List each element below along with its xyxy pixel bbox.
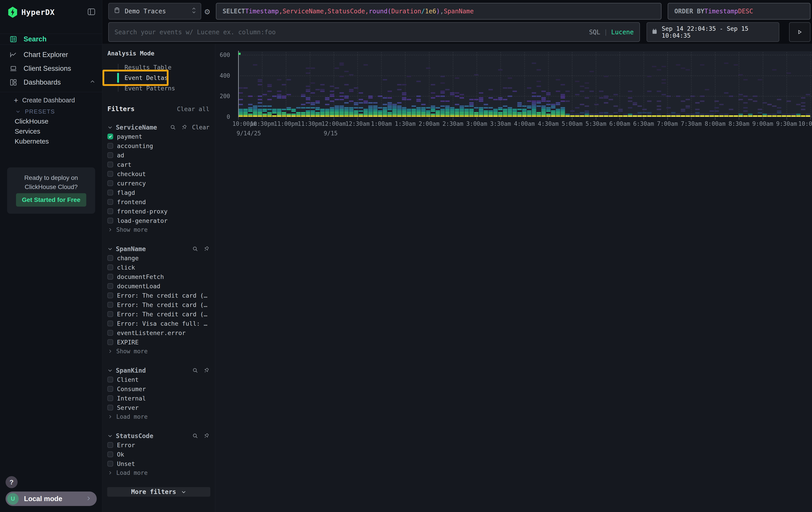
filter-option-label: documentFetch	[117, 273, 164, 280]
search-icon[interactable]	[170, 124, 176, 131]
preset-item-clickhouse[interactable]: ClickHouse	[0, 116, 102, 126]
filter-option[interactable]: currency	[102, 179, 215, 188]
preset-item-kubernetes[interactable]: Kubernetes	[0, 136, 102, 146]
filter-option[interactable]: flagd	[102, 188, 215, 197]
chevron-down-icon[interactable]	[107, 125, 113, 130]
filter-option[interactable]: change	[102, 253, 215, 263]
filter-option[interactable]: Consumer	[102, 384, 215, 394]
filter-option[interactable]: frontend-proxy	[102, 207, 215, 216]
checkbox[interactable]	[107, 293, 113, 298]
checkbox[interactable]	[107, 190, 113, 195]
filter-option[interactable]: documentFetch	[102, 272, 215, 281]
checkbox[interactable]	[107, 143, 113, 149]
checkbox[interactable]	[107, 218, 113, 223]
analysis-mode-title: Analysis Mode	[107, 50, 215, 57]
get-started-button[interactable]: Get Started for Free	[16, 193, 86, 207]
more-filters-button[interactable]: More filters	[107, 487, 210, 496]
checkbox[interactable]	[107, 442, 113, 448]
chevron-down-icon[interactable]	[107, 368, 113, 373]
filter-option[interactable]: click	[102, 263, 215, 272]
filter-option[interactable]: Internal	[102, 394, 215, 403]
analysis-mode-results-table[interactable]: Results Table	[102, 62, 215, 73]
filter-option[interactable]: Server	[102, 403, 215, 412]
pin-icon[interactable]	[203, 433, 209, 439]
search-icon[interactable]	[192, 246, 198, 252]
checkbox-checked[interactable]	[107, 134, 113, 139]
checkbox[interactable]	[107, 330, 113, 336]
checkbox[interactable]	[107, 395, 113, 401]
analysis-mode-event-patterns[interactable]: Event Patterns	[102, 83, 215, 93]
checkbox[interactable]	[107, 199, 113, 205]
filter-option[interactable]: accounting	[102, 141, 215, 151]
filter-option[interactable]: Error	[102, 440, 215, 450]
order-by-input[interactable]: ORDER BY Timestamp DESC	[668, 3, 810, 20]
checkbox[interactable]	[107, 405, 113, 410]
clear-group-button[interactable]: Clear	[192, 124, 209, 131]
checkbox[interactable]	[107, 152, 113, 158]
filter-option[interactable]: Client	[102, 375, 215, 384]
checkbox[interactable]	[107, 339, 113, 345]
run-query-button[interactable]	[789, 22, 810, 42]
checkbox[interactable]	[107, 386, 113, 392]
pin-icon[interactable]	[203, 246, 209, 252]
checkbox[interactable]	[107, 452, 113, 457]
sql-mode-button[interactable]: SQL	[589, 28, 600, 36]
lucene-mode-button[interactable]: Lucene	[611, 28, 634, 36]
checkbox[interactable]	[107, 311, 113, 317]
create-dashboard-button[interactable]: +Create Dashboard	[0, 95, 102, 105]
analysis-mode-event-deltas[interactable]: Event Deltas	[102, 73, 215, 83]
checkbox[interactable]	[107, 321, 113, 326]
load-more-button[interactable]: Load more	[102, 468, 215, 477]
filter-option[interactable]: Unset	[102, 459, 215, 468]
checkbox[interactable]	[107, 274, 113, 279]
user-menu[interactable]: U Local mode	[5, 491, 97, 506]
checkbox[interactable]	[107, 171, 113, 177]
checkbox[interactable]	[107, 283, 113, 289]
sidebar-item-chart-explorer[interactable]: Chart Explorer	[0, 48, 102, 62]
filter-option[interactable]: Ok	[102, 450, 215, 459]
filter-option[interactable]: Error: Visa cache full: …	[102, 319, 215, 328]
search-icon[interactable]	[192, 367, 198, 374]
checkbox[interactable]	[107, 208, 113, 214]
load-more-button[interactable]: Load more	[102, 412, 215, 421]
show-more-button[interactable]: Show more	[102, 225, 215, 234]
source-select[interactable]: Demo Traces	[108, 3, 201, 20]
search-icon[interactable]	[192, 433, 198, 439]
filter-option[interactable]: Error: The credit card (…	[102, 291, 215, 300]
collapse-sidebar-icon[interactable]	[87, 7, 96, 17]
pin-icon[interactable]	[203, 367, 209, 374]
checkbox[interactable]	[107, 180, 113, 186]
chevron-down-icon[interactable]	[107, 433, 113, 438]
checkbox[interactable]	[107, 461, 113, 466]
checkbox[interactable]	[107, 265, 113, 270]
filter-option[interactable]: eventListener.error	[102, 328, 215, 338]
checkbox[interactable]	[107, 255, 113, 261]
search-input[interactable]	[115, 28, 589, 36]
filter-option[interactable]: checkout	[102, 169, 215, 179]
pin-icon[interactable]	[181, 124, 187, 131]
clear-all-filters-button[interactable]: Clear all	[177, 106, 209, 112]
filter-option[interactable]: Error: The credit card (…	[102, 300, 215, 309]
sidebar-item-search[interactable]: Search	[0, 34, 102, 45]
preset-item-services[interactable]: Services	[0, 126, 102, 136]
sql-select-input[interactable]: SELECT Timestamp, ServiceName, StatusCod…	[216, 3, 662, 20]
sidebar-item-client-sessions[interactable]: Client Sessions	[0, 62, 102, 76]
filter-option[interactable]: EXPIRE	[102, 338, 215, 347]
checkbox[interactable]	[107, 377, 113, 382]
presets-toggle[interactable]: PRESETS	[0, 107, 102, 116]
checkbox[interactable]	[107, 302, 113, 308]
source-settings-gear-icon[interactable]: ⚙	[200, 3, 214, 20]
checkbox[interactable]	[107, 162, 113, 167]
filter-option[interactable]: Error: The credit card (…	[102, 309, 215, 319]
time-range-picker[interactable]: Sep 14 22:04:35 - Sep 15 10:04:35	[646, 22, 779, 42]
sidebar-item-dashboards[interactable]: Dashboards	[0, 76, 102, 89]
filter-option[interactable]: payment	[102, 132, 215, 141]
chevron-down-icon[interactable]	[107, 246, 113, 251]
filter-option[interactable]: documentLoad	[102, 281, 215, 291]
filter-option[interactable]: cart	[102, 160, 215, 169]
show-more-button[interactable]: Show more	[102, 347, 215, 356]
filter-option[interactable]: load-generator	[102, 216, 215, 225]
filter-option[interactable]: frontend	[102, 197, 215, 207]
help-button[interactable]: ?	[5, 476, 18, 488]
filter-option[interactable]: ad	[102, 151, 215, 160]
